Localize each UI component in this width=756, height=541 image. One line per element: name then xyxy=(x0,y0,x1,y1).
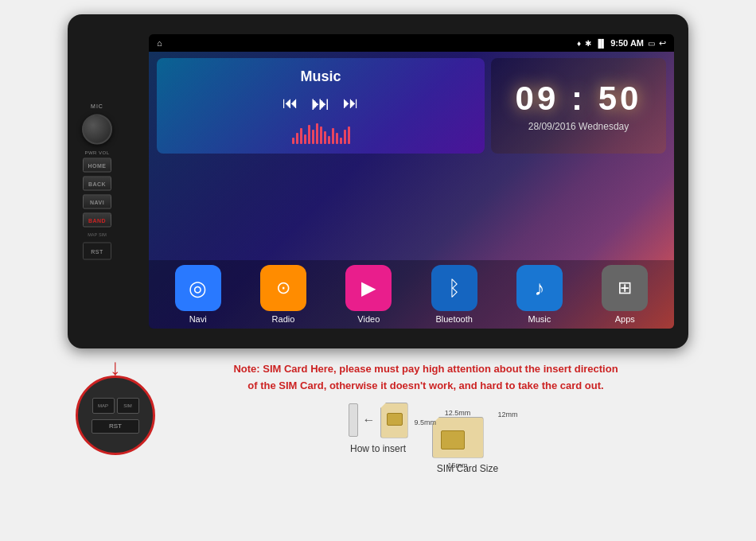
navi-label: NAVI xyxy=(90,199,104,204)
sim-size-visual: 12.5mm 12mm 15mm 9.5mm xyxy=(432,403,504,458)
app-radio[interactable]: ⊙ Radio xyxy=(260,265,306,324)
pwr-vol-label: PWR VOL xyxy=(84,150,109,155)
video-icon: ▶ xyxy=(345,265,392,311)
back-label: BACK xyxy=(88,181,106,186)
band-button[interactable]: BAND xyxy=(83,213,111,228)
navi-button[interactable]: NAVI xyxy=(83,195,111,209)
sim-insert-label: How to insert xyxy=(350,443,406,454)
sim-buttons-inside: MAP SIM RST xyxy=(92,398,139,434)
sim-card-small xyxy=(380,403,408,438)
home-button[interactable]: HOME xyxy=(83,158,111,173)
status-home-icon: ⌂ xyxy=(157,38,162,48)
music-visualizer xyxy=(292,122,350,144)
music-widget: Music ⏮ ⏭ ⏭ xyxy=(157,58,485,154)
viz-bar xyxy=(308,125,310,144)
mic-label: MIC xyxy=(91,103,103,109)
viz-bar xyxy=(348,126,350,144)
navi-icon: ◎ xyxy=(175,265,221,311)
clock-date: 28/09/2016 Wednesday xyxy=(528,121,629,132)
dim-top: 12.5mm xyxy=(432,409,484,417)
music-label: Music xyxy=(528,314,551,324)
video-icon-symbol: ▶ xyxy=(361,277,376,299)
app-bluetooth[interactable]: ᛒ Bluetooth xyxy=(431,265,477,324)
status-time: 9:50 AM xyxy=(610,38,644,48)
play-pause-button[interactable]: ⏭ xyxy=(311,92,330,115)
bottom-section: ↓ MAP SIM RST Note: SIM Card Here, pleas… xyxy=(68,355,688,481)
app-grid: ◎ Navi ⊙ Radio ▶ Video xyxy=(149,260,674,329)
viz-bar xyxy=(296,133,298,144)
dim-left: 9.5mm xyxy=(415,418,437,426)
left-panel: MIC PWR VOL HOME BACK NAVI BAND MAP SIM … xyxy=(82,103,112,260)
rst-button[interactable]: RST xyxy=(83,243,111,260)
home-label: HOME xyxy=(88,162,107,168)
radio-icon-symbol: ⊙ xyxy=(276,278,290,298)
apps-icon-symbol: ⊞ xyxy=(618,278,632,298)
apps-label: Apps xyxy=(615,314,635,324)
app-video[interactable]: ▶ Video xyxy=(345,265,392,324)
top-widgets: Music ⏮ ⏭ ⏭ xyxy=(149,52,674,160)
sim-btn-row: MAP SIM xyxy=(92,398,139,414)
back-button[interactable]: BACK xyxy=(83,177,111,191)
music-controls: ⏮ ⏭ ⏭ xyxy=(283,92,359,115)
clock-widget: 09 : 50 28/09/2016 Wednesday xyxy=(491,58,666,154)
bluetooth-status-icon: ✱ xyxy=(585,39,591,48)
app-apps[interactable]: ⊞ Apps xyxy=(602,265,648,324)
clock-time: 09 : 50 xyxy=(516,80,642,118)
rst-inside-label: RST xyxy=(109,422,122,430)
viz-bar xyxy=(316,123,318,144)
music-icon-symbol: ♪ xyxy=(534,276,544,301)
sim-big-chip xyxy=(441,430,465,450)
viz-bar xyxy=(292,138,294,144)
rst-label: RST xyxy=(91,248,103,254)
battery-icon: ▭ xyxy=(648,39,655,48)
dim-right: 12mm xyxy=(497,411,517,418)
bluetooth-label: Bluetooth xyxy=(435,314,472,324)
viz-bar xyxy=(320,126,322,144)
bluetooth-icon: ᛒ xyxy=(431,265,477,311)
viz-bar xyxy=(324,131,326,144)
video-label: Video xyxy=(357,314,380,324)
viz-bar xyxy=(304,134,306,144)
apps-icon: ⊞ xyxy=(602,265,648,311)
viz-bar xyxy=(344,130,346,144)
main-screen: ⌂ ♦ ✱ ▐▌ 9:50 AM ▭ ↩ Music ⏮ xyxy=(149,34,674,329)
radio-label: Radio xyxy=(272,314,295,324)
bluetooth-icon-symbol: ᛒ xyxy=(448,276,461,301)
viz-bar xyxy=(336,133,338,144)
map-label: MAP xyxy=(88,232,97,237)
rst-btn-zoomed: RST xyxy=(92,419,139,434)
sim-size-diagram: 12.5mm 12mm 15mm 9.5mm SIM Card Size xyxy=(432,403,504,474)
sim-diagrams: ← How to insert 12.5mm xyxy=(171,403,680,474)
sim-btn-zoomed: SIM xyxy=(117,398,139,414)
band-label: BAND xyxy=(88,217,106,223)
music-widget-title: Music xyxy=(300,68,341,85)
forward-button[interactable]: ⏭ xyxy=(343,94,359,112)
sim-insert-visual: ← xyxy=(349,403,408,438)
status-left: ⌂ xyxy=(157,38,162,48)
sim-label: SIM xyxy=(99,232,107,237)
viz-bar xyxy=(328,136,330,144)
app-music[interactable]: ♪ Music xyxy=(516,265,563,324)
status-right: ♦ ✱ ▐▌ 9:50 AM ▭ ↩ xyxy=(577,38,666,49)
dim-bottom: 15mm xyxy=(432,461,484,469)
location-icon: ♦ xyxy=(577,39,581,48)
map-sim-row: MAP SIM xyxy=(88,232,107,237)
sim-chip-small xyxy=(387,413,403,426)
app-navi[interactable]: ◎ Navi xyxy=(175,265,221,324)
sim-insert-diagram: ← How to insert xyxy=(349,403,408,474)
sim-big-card xyxy=(432,417,484,458)
status-bar: ⌂ ♦ ✱ ▐▌ 9:50 AM ▭ ↩ xyxy=(149,34,674,52)
head-unit: MIC PWR VOL HOME BACK NAVI BAND MAP SIM … xyxy=(68,14,688,348)
navi-icon-symbol: ◎ xyxy=(189,276,207,301)
viz-bar xyxy=(312,130,314,144)
volume-knob[interactable] xyxy=(82,115,112,145)
note-text-line2: of the SIM Card, otherwise it doesn't wo… xyxy=(171,378,680,395)
viz-bar xyxy=(340,138,342,144)
sim-zoom-area: ↓ MAP SIM RST xyxy=(76,355,155,455)
radio-icon: ⊙ xyxy=(260,265,306,311)
map-btn-zoomed: MAP xyxy=(92,398,115,414)
insert-arrow-icon: ← xyxy=(363,413,376,427)
rewind-button[interactable]: ⏮ xyxy=(283,94,298,112)
back-nav-icon[interactable]: ↩ xyxy=(659,38,666,49)
note-text-line1: Note: SIM Card Here, please must pay hig… xyxy=(171,361,680,378)
